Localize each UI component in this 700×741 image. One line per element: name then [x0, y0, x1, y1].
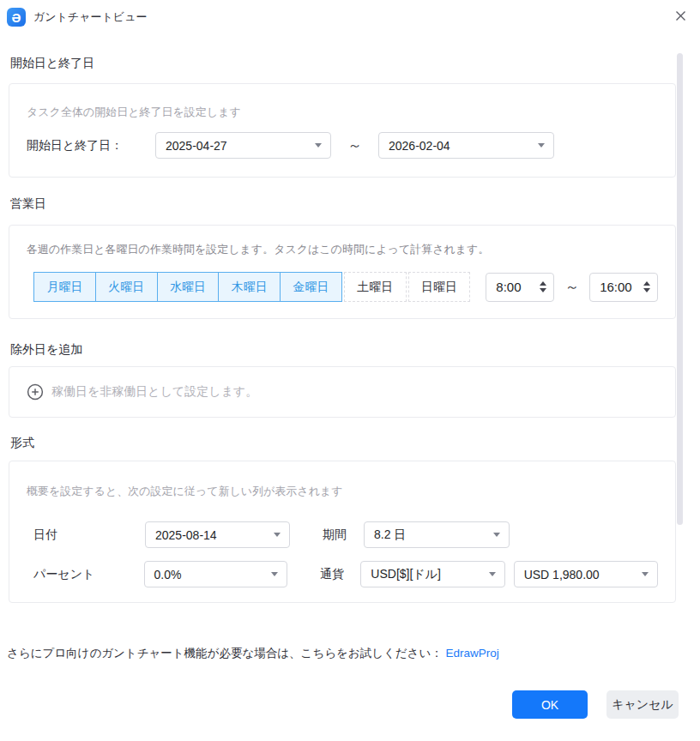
section-title-format: 形式 [10, 435, 676, 450]
day-button-wednesday[interactable]: 水曜日 [157, 272, 220, 302]
percent-format-value: 0.0% [154, 568, 182, 581]
app-logo-icon: Ə [7, 8, 26, 27]
work-end-time-stepper[interactable]: 16:00 [589, 273, 658, 302]
spinner-up-icon[interactable] [540, 281, 546, 286]
chevron-down-icon [274, 533, 281, 537]
date-range-tilde: ～ [347, 136, 362, 155]
app-logo-glyph: Ə [12, 11, 21, 24]
chevron-down-icon [642, 572, 649, 576]
promo-text-line: さらにプロ向けのガントチャート機能が必要な場合は、こちらをお試しください： Ed… [7, 646, 499, 661]
dialog-title: ガントチャートビュー [33, 9, 147, 25]
end-date-dropdown[interactable]: 2026-02-04 [378, 132, 554, 159]
section-title-date-range: 開始日と終了日 [10, 55, 676, 70]
percent-format-label: パーセント [33, 567, 144, 582]
business-days-panel: 各週の作業日と各曜日の作業時間を設定します。タスクはこの時間によって計算されます… [9, 225, 676, 319]
format-description: 概要を設定すると、次の設定に従って新しい列が表示されます [27, 484, 658, 499]
section-title-excluded-days: 除外日を追加 [10, 341, 676, 357]
duration-format-dropdown[interactable]: 8.2 日 [364, 521, 510, 548]
end-date-value: 2026-02-04 [389, 139, 450, 153]
excluded-days-panel: 稼働日を非稼働日として設定します。 [9, 366, 676, 418]
date-range-label: 開始日と終了日： [27, 138, 155, 154]
ok-button[interactable]: OK [512, 690, 588, 719]
date-format-value: 2025-08-14 [155, 528, 217, 542]
duration-format-label: 期間 [323, 527, 364, 543]
date-format-dropdown[interactable]: 2025-08-14 [145, 521, 290, 548]
dialog-titlebar: Ə ガントチャートビュー [0, 0, 700, 34]
start-date-dropdown[interactable]: 2025-04-27 [155, 132, 331, 159]
dialog-content: 開始日と終了日 タスク全体の開始日と終了日を設定します 開始日と終了日： 202… [0, 55, 700, 603]
work-start-time-stepper[interactable]: 8:00 [486, 273, 554, 302]
edrawproj-link[interactable]: EdrawProj [446, 647, 499, 660]
currency-sample-dropdown[interactable]: USD 1,980.00 [514, 561, 658, 587]
chevron-down-icon [489, 572, 496, 576]
chevron-down-icon [271, 572, 278, 576]
plus-circle-icon [27, 383, 44, 401]
date-range-description: タスク全体の開始日と終了日を設定します [27, 105, 658, 120]
day-button-saturday[interactable]: 土曜日 [344, 272, 407, 302]
time-range-tilde: ～ [564, 277, 579, 297]
day-button-sunday[interactable]: 日曜日 [408, 272, 471, 302]
promo-text: さらにプロ向けのガントチャート機能が必要な場合は、こちらをお試しください： [7, 647, 443, 660]
work-start-time-value: 8:00 [496, 280, 521, 294]
currency-format-label: 通貨 [320, 567, 360, 582]
chevron-down-icon [538, 143, 545, 148]
add-excluded-day-button[interactable]: 稼働日を非稼働日として設定します。 [27, 383, 257, 401]
date-format-label: 日付 [33, 527, 145, 543]
duration-format-value: 8.2 日 [374, 527, 406, 543]
currency-type-value: USD[$][ドル] [371, 567, 441, 582]
percent-format-dropdown[interactable]: 0.0% [144, 561, 287, 587]
section-title-business-days: 営業日 [10, 196, 676, 211]
spinner-down-icon[interactable] [643, 288, 650, 292]
spinner-down-icon[interactable] [540, 288, 546, 292]
date-range-panel: タスク全体の開始日と終了日を設定します 開始日と終了日： 2025-04-27 … [9, 83, 676, 178]
currency-type-dropdown[interactable]: USD[$][ドル] [360, 561, 504, 587]
cancel-button[interactable]: キャンセル [606, 690, 679, 719]
vertical-scrollbar[interactable] [677, 53, 683, 525]
add-excluded-day-hint: 稼働日を非稼働日として設定します。 [51, 384, 257, 400]
spinner-up-icon[interactable] [643, 281, 650, 286]
work-end-time-value: 16:00 [600, 280, 632, 294]
day-button-thursday[interactable]: 木曜日 [218, 272, 281, 302]
day-button-monday[interactable]: 月曜日 [33, 272, 96, 302]
chevron-down-icon [315, 143, 322, 148]
day-button-tuesday[interactable]: 火曜日 [95, 272, 158, 302]
start-date-value: 2025-04-27 [166, 139, 227, 153]
day-button-friday[interactable]: 金曜日 [280, 272, 342, 302]
currency-sample-value: USD 1,980.00 [524, 568, 600, 581]
close-icon[interactable] [673, 8, 688, 23]
chevron-down-icon [493, 533, 500, 537]
format-panel: 概要を設定すると、次の設定に従って新しい列が表示されます 日付 2025-08-… [9, 461, 676, 603]
business-days-description: 各週の作業日と各曜日の作業時間を設定します。タスクはこの時間によって計算されます… [27, 242, 658, 257]
